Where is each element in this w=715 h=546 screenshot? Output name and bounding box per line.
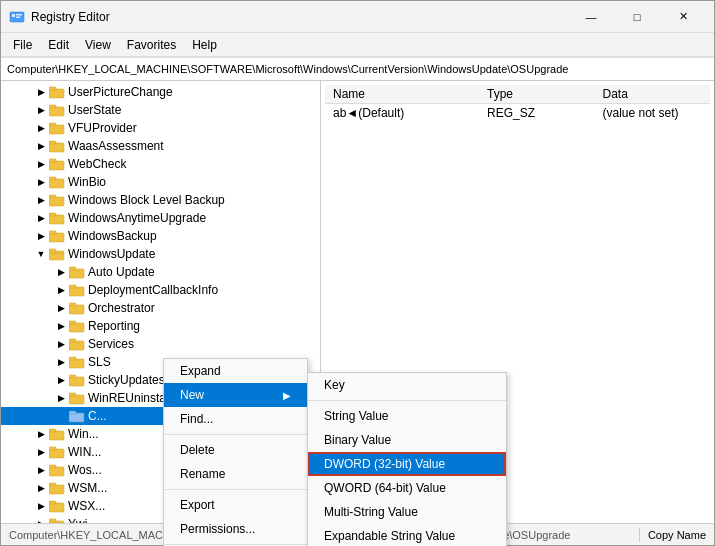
ctx-new-multistring[interactable]: Multi-String Value [308,500,506,524]
svg-rect-1 [12,14,15,17]
tree-item-vfuprovider[interactable]: ▶ VFUProvider [1,119,320,137]
ctx-new-binary[interactable]: Binary Value [308,428,506,452]
ctx-new-string[interactable]: String Value [308,404,506,428]
tree-label: VFUProvider [68,121,137,135]
tree-item-userstate[interactable]: ▶ UserState [1,101,320,119]
registry-icon [9,9,25,25]
ctx-rename[interactable]: Rename [164,462,307,486]
ctx-new-qword[interactable]: QWORD (64-bit) Value [308,476,506,500]
submenu-arrow-icon: ▶ [283,390,291,401]
svg-rect-46 [49,447,56,450]
tree-item-deploymentcallback[interactable]: ▶ DeploymentCallbackInfo [1,281,320,299]
tree-item-userpicturechange[interactable]: ▶ UserPictureChange [1,83,320,101]
folder-icon [69,319,85,333]
ctx-new[interactable]: New ▶ [164,383,307,407]
chevron-icon: ▶ [33,177,49,187]
address-bar[interactable]: Computer\HKEY_LOCAL_MACHINE\SOFTWARE\Mic… [1,57,714,81]
chevron-down-icon: ▼ [33,249,49,259]
svg-rect-13 [49,159,56,162]
cell-type: REG_SZ [479,104,595,123]
folder-icon [69,409,85,423]
status-separator [639,528,640,542]
ctx-export[interactable]: Export [164,493,307,517]
menu-bar: File Edit View Favorites Help [1,33,714,57]
chevron-icon: ▶ [33,501,49,511]
tree-item-windowsupdate[interactable]: ▼ WindowsUpdate [1,245,320,263]
menu-help[interactable]: Help [184,36,225,54]
chevron-icon: ▶ [53,375,69,385]
tree-item-windowsbackup[interactable]: ▶ WindowsBackup [1,227,320,245]
maximize-button[interactable]: □ [614,1,660,33]
tree-item-waasassessment[interactable]: ▶ WaasAssessment [1,137,320,155]
tree-item-services[interactable]: ▶ Services [1,335,320,353]
chevron-icon: ▶ [33,141,49,151]
svg-rect-24 [51,253,63,254]
menu-view[interactable]: View [77,36,119,54]
chevron-icon: ▶ [33,429,49,439]
svg-rect-52 [49,501,56,504]
tree-item-reporting[interactable]: ▶ Reporting [1,317,320,335]
tree-label: WIN... [68,445,101,459]
ctx-permissions[interactable]: Permissions... [164,517,307,541]
title-controls: — □ ✕ [568,1,706,33]
tree-item-orchestrator[interactable]: ▶ Orchestrator [1,299,320,317]
chevron-icon: ▶ [53,285,69,295]
folder-icon [49,499,65,513]
chevron-icon: ▶ [53,393,69,403]
tree-label: Orchestrator [88,301,155,315]
ctx-delete[interactable]: Delete [164,438,307,462]
minimize-button[interactable]: — [568,1,614,33]
tree-item-wanytime[interactable]: ▶ WindowsAnytimeUpgrade [1,209,320,227]
tree-label: WindowsUpdate [68,247,155,261]
menu-favorites[interactable]: Favorites [119,36,184,54]
title-bar-left: Registry Editor [9,9,568,25]
tree-item-autoupdate[interactable]: ▶ Auto Update [1,263,320,281]
ctx-new-expandable[interactable]: Expandable String Value [308,524,506,546]
tree-label: WSM... [68,481,107,495]
folder-icon [49,85,65,99]
folder-icon [49,445,65,459]
svg-rect-36 [69,357,76,360]
svg-rect-14 [49,179,64,188]
svg-rect-47 [49,467,64,476]
ctx-new-dword[interactable]: DWORD (32-bit) Value [308,452,506,476]
svg-rect-27 [69,287,84,296]
svg-rect-23 [49,249,56,252]
folder-icon [49,229,65,243]
tree-item-wbkp[interactable]: ▶ Windows Block Level Backup [1,191,320,209]
title-bar: Registry Editor — □ ✕ [1,1,714,33]
chevron-icon: ▶ [53,303,69,313]
chevron-icon: ▶ [33,159,49,169]
ctx-find[interactable]: Find... [164,407,307,431]
tree-item-webcheck[interactable]: ▶ WebCheck [1,155,320,173]
registry-editor-window: Registry Editor — □ ✕ File Edit View Fav… [0,0,715,546]
folder-icon [69,301,85,315]
svg-rect-40 [69,393,76,396]
svg-rect-25 [69,269,84,278]
menu-file[interactable]: File [5,36,40,54]
tree-label: UserState [68,103,121,117]
folder-icon [49,193,65,207]
svg-rect-4 [49,89,64,98]
svg-rect-54 [49,519,56,522]
folder-icon [49,157,65,171]
tree-item-winbio[interactable]: ▶ WinBio [1,173,320,191]
menu-edit[interactable]: Edit [40,36,77,54]
svg-rect-31 [69,323,84,332]
svg-rect-44 [49,429,56,432]
tree-label: DeploymentCallbackInfo [88,283,218,297]
ctx-expand[interactable]: Expand [164,359,307,383]
folder-icon [69,391,85,405]
ctx-new-key[interactable]: Key [308,373,506,397]
cell-data: (value not set) [595,104,711,123]
tree-label: WebCheck [68,157,126,171]
col-data: Data [595,85,711,104]
svg-rect-28 [69,285,76,288]
tree-label: Wos... [68,463,102,477]
table-row[interactable]: ab◄(Default) REG_SZ (value not set) [325,104,710,123]
close-button[interactable]: ✕ [660,1,706,33]
chevron-icon: ▶ [53,321,69,331]
svg-rect-29 [69,305,84,314]
tree-label: SLS [88,355,111,369]
chevron-icon: ▶ [33,231,49,241]
